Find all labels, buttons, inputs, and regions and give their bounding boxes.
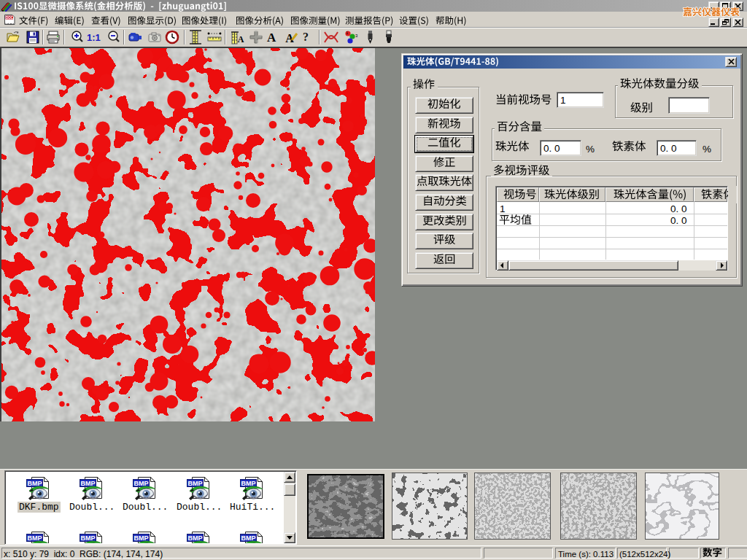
svg-text:DOC: DOC	[6, 16, 14, 20]
svg-text:A: A	[238, 34, 244, 44]
svg-text:3: 3	[355, 34, 358, 38]
